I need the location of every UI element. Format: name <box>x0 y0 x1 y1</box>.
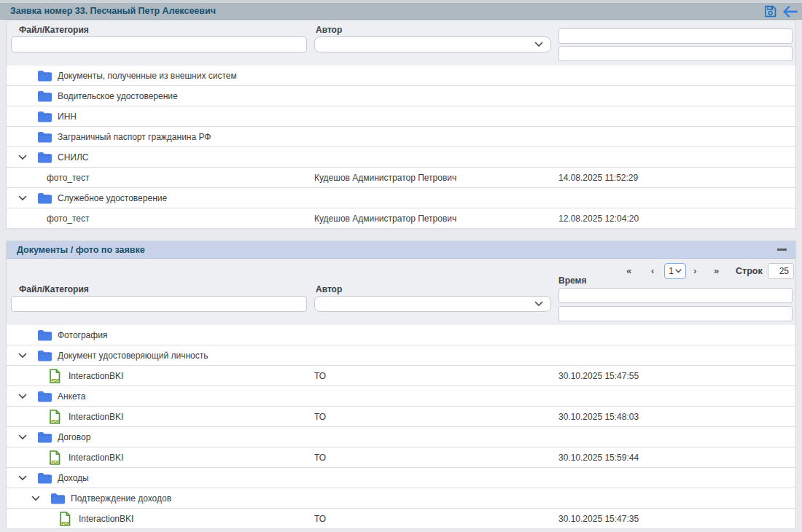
save-icon[interactable] <box>764 5 776 17</box>
time-cell: 30.10.2025 15:47:55 <box>558 366 639 386</box>
tree-row-folder[interactable]: Документ удостоверяющий личность <box>7 345 795 366</box>
file-label[interactable]: InteractionBKI <box>79 514 133 524</box>
pdf-file-icon: PDF <box>59 512 71 526</box>
time-to-input[interactable] <box>558 306 793 321</box>
pdf-file-icon: PDF <box>49 369 61 383</box>
chevron-down-icon[interactable] <box>18 353 27 359</box>
folder-label[interactable]: Доходы <box>58 473 89 483</box>
author-label: Автор <box>316 284 342 294</box>
folder-label[interactable]: Подтверждение доходов <box>71 493 171 504</box>
tree-row-folder[interactable]: Фотография <box>7 325 795 345</box>
name-cell: фото_тест <box>7 173 90 183</box>
file-category-filter-input[interactable] <box>11 296 307 312</box>
chevron-down-icon[interactable] <box>18 434 27 440</box>
svg-text:PDF: PDF <box>61 520 70 525</box>
last-page-button[interactable]: » <box>714 265 718 276</box>
folder-label[interactable]: Документ удостоверяющий личность <box>58 351 208 361</box>
prev-page-button[interactable]: ‹ <box>651 265 653 276</box>
minimize-icon[interactable] <box>777 249 787 251</box>
file-label[interactable]: фото_тест <box>47 214 90 224</box>
panel1-filters: Файл/Категория Автор <box>7 20 795 66</box>
tree-row-file[interactable]: PDFInteractionBKIТО30.10.2025 15:47:35 <box>7 509 795 529</box>
panel2-tree: ФотографияДокумент удостоверяющий личнос… <box>7 325 795 529</box>
tree-row-file[interactable]: PDFInteractionBKIТО30.10.2025 15:59:44 <box>7 447 795 468</box>
folder-icon <box>37 391 52 402</box>
file-category-label: Файл/Категория <box>19 284 89 294</box>
save-icon <box>764 5 776 17</box>
author-filter-select[interactable] <box>314 296 551 312</box>
tree-row-folder[interactable]: Документы, полученные из внешних систем <box>7 66 795 86</box>
chevron-down-icon[interactable] <box>18 475 27 481</box>
name-cell: PDFInteractionBKI <box>7 512 133 526</box>
folder-label[interactable]: Водительское удостоверение <box>58 91 178 101</box>
pagination: « ‹ 1 › » Строк <box>7 262 795 281</box>
tree-row-folder[interactable]: Заграничный паспорт гражданина РФ <box>7 127 795 147</box>
tree-row-file[interactable]: PDFInteractionBKIТО30.10.2025 15:48:03 <box>7 407 795 427</box>
tree-row-folder[interactable]: Подтверждение доходов <box>7 488 795 509</box>
name-cell: фото_тест <box>7 214 90 224</box>
file-category-filter-input[interactable] <box>11 36 307 52</box>
file-category-label: Файл/Категория <box>19 25 89 35</box>
panel2-filters: « ‹ 1 › » Строк Время Файл/Категория Авт… <box>7 258 795 325</box>
chevron-down-icon <box>675 269 682 273</box>
time-cell: 12.08.2025 12:04:20 <box>558 208 639 228</box>
name-cell: Заграничный паспорт гражданина РФ <box>7 131 211 143</box>
tree-row-file[interactable]: PDFInteractionBKIТО30.10.2025 15:47:55 <box>7 366 795 386</box>
chevron-down-icon[interactable] <box>18 195 27 201</box>
chevron-down-icon <box>534 301 543 307</box>
page-title: Заявка номер 33. Песчаный Петр Алексееви… <box>10 6 216 16</box>
author-cell: Кудешов Администратор Петрович <box>314 208 456 228</box>
folder-label[interactable]: Заграничный паспорт гражданина РФ <box>58 132 211 142</box>
folder-label[interactable]: Договор <box>58 432 90 442</box>
folder-icon <box>37 111 52 122</box>
chevron-down-icon[interactable] <box>18 394 27 399</box>
folder-label[interactable]: Служебное удостоверение <box>58 193 167 203</box>
author-cell: Кудешов Администратор Петрович <box>314 168 456 187</box>
pdf-file-icon: PDF <box>49 410 61 424</box>
chevron-down-icon[interactable] <box>31 496 40 501</box>
time-cell: 30.10.2025 15:48:03 <box>558 407 639 426</box>
time-to-input[interactable] <box>558 46 793 61</box>
tree-row-file[interactable]: фото_тестКудешов Администратор Петрович1… <box>7 168 795 188</box>
folder-label[interactable]: СНИЛС <box>58 152 89 163</box>
back-arrow-icon[interactable] <box>783 6 798 17</box>
app-root: { "window": { "title": "Заявка номер 33.… <box>0 0 802 532</box>
time-from-input[interactable] <box>558 28 793 44</box>
panel2-header[interactable]: Документы / фото по заявке <box>7 241 795 259</box>
folder-label[interactable]: Анкета <box>58 391 85 402</box>
file-label[interactable]: InteractionBKI <box>69 371 123 381</box>
tree-row-file[interactable]: фото_тестКудешов Администратор Петрович1… <box>7 208 795 229</box>
name-cell: Доходы <box>7 472 89 484</box>
author-filter-select[interactable] <box>314 36 551 52</box>
tree-row-folder[interactable]: ИНН <box>7 106 795 127</box>
svg-text:PDF: PDF <box>51 378 60 382</box>
folder-label[interactable]: Документы, полученные из внешних систем <box>58 71 237 81</box>
folder-icon <box>37 329 52 341</box>
rows-per-page-input[interactable] <box>768 263 794 279</box>
documents-panel-top: Файл/Категория Автор Документы, полученн… <box>6 20 796 229</box>
page-select[interactable]: 1 <box>664 263 686 279</box>
time-from-input[interactable] <box>558 288 793 303</box>
tree-row-folder[interactable]: СНИЛС <box>7 147 795 168</box>
tree-row-folder[interactable]: Договор <box>7 427 795 447</box>
next-page-button[interactable]: › <box>693 265 696 276</box>
author-cell: ТО <box>314 509 326 528</box>
rows-per-page-label: Строк <box>736 266 763 276</box>
folder-label[interactable]: Фотография <box>58 330 107 340</box>
file-label[interactable]: фото_тест <box>47 173 90 183</box>
folder-label[interactable]: ИНН <box>58 112 77 122</box>
name-cell: PDFInteractionBKI <box>7 369 123 383</box>
folder-icon <box>37 90 52 102</box>
tree-row-folder[interactable]: Доходы <box>7 468 795 488</box>
chevron-down-icon[interactable] <box>18 154 27 160</box>
tree-row-folder[interactable]: Анкета <box>7 386 795 407</box>
author-label: Автор <box>316 25 342 35</box>
first-page-button[interactable]: « <box>626 265 631 276</box>
time-cell: 14.08.2025 11:52:29 <box>558 168 638 187</box>
file-label[interactable]: InteractionBKI <box>69 453 123 463</box>
tree-row-folder[interactable]: Служебное удостоверение <box>7 188 795 208</box>
file-label[interactable]: InteractionBKI <box>69 412 123 422</box>
time-cell: 30.10.2025 15:59:44 <box>558 447 639 467</box>
name-cell: СНИЛС <box>7 152 89 163</box>
tree-row-folder[interactable]: Водительское удостоверение <box>7 86 795 106</box>
